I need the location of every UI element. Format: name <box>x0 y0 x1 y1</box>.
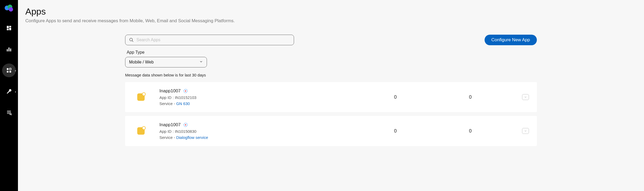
svg-rect-9 <box>10 48 11 51</box>
service-line: Service - GN 630 <box>159 101 353 106</box>
svg-rect-3 <box>7 26 9 28</box>
svg-rect-12 <box>7 71 8 72</box>
app-type-value: Mobile / Web <box>129 60 154 65</box>
app-type-label: App Type <box>127 50 294 55</box>
row-expand-button[interactable] <box>522 128 529 134</box>
app-folder-icon <box>137 127 145 135</box>
metric-1: 0 <box>363 128 428 134</box>
svg-point-19 <box>130 38 132 41</box>
metric-2: 0 <box>438 128 503 134</box>
app-row: Inapp1007 App ID : IN10150830 Service - <box>125 116 537 146</box>
chevron-down-icon <box>199 60 203 65</box>
search-field[interactable] <box>125 35 294 45</box>
integration-badge-icon <box>183 122 188 127</box>
svg-line-18 <box>11 114 12 115</box>
search-input[interactable] <box>136 38 290 42</box>
app-folder-icon <box>137 93 145 101</box>
nav-logs[interactable] <box>2 106 16 120</box>
analytics-icon <box>6 46 12 52</box>
integration-badge-icon <box>183 89 188 93</box>
row-expand-button[interactable] <box>522 94 529 100</box>
svg-rect-8 <box>8 48 10 52</box>
app-id-line: App ID : IN10152103 <box>159 95 353 100</box>
wrench-icon <box>6 89 12 94</box>
logs-icon <box>6 110 12 116</box>
app-name: Inapp1007 <box>159 122 181 128</box>
main-content: Apps Configure Apps to send and receive … <box>18 0 644 191</box>
apps-list: Inapp1007 App ID : IN10152103 Service - <box>125 82 537 146</box>
svg-line-20 <box>132 40 133 42</box>
svg-rect-5 <box>7 29 9 30</box>
chevron-down-icon <box>524 96 527 99</box>
chevron-right-icon: ▸ <box>15 90 16 93</box>
service-link[interactable]: GN 630 <box>176 101 190 106</box>
search-icon <box>129 38 134 42</box>
svg-rect-7 <box>7 49 8 51</box>
nav-analytics[interactable] <box>2 42 16 56</box>
svg-point-2 <box>9 7 13 11</box>
service-line: Service - Dialogflow service <box>159 135 353 140</box>
svg-rect-11 <box>10 68 11 70</box>
apps-icon <box>6 67 12 73</box>
page-title: Apps <box>25 6 637 17</box>
sidebar: ▸ ▸ <box>0 0 18 191</box>
app-type-select[interactable]: Mobile / Web <box>125 57 207 67</box>
svg-rect-4 <box>9 26 11 28</box>
nav-dashboard[interactable] <box>2 21 16 35</box>
app-row: Inapp1007 App ID : IN10152103 Service - <box>125 82 537 112</box>
svg-point-22 <box>185 90 186 92</box>
app-name: Inapp1007 <box>159 88 181 94</box>
service-link[interactable]: Dialogflow service <box>176 135 208 140</box>
metric-2: 0 <box>438 94 503 100</box>
svg-rect-6 <box>9 28 11 30</box>
product-logo <box>3 2 15 14</box>
svg-point-24 <box>185 124 186 126</box>
dashboard-icon <box>6 25 12 31</box>
svg-rect-10 <box>7 68 8 70</box>
metric-1: 0 <box>363 94 428 100</box>
page-subtitle: Configure Apps to send and receive messa… <box>25 18 637 24</box>
chevron-right-icon: ▸ <box>15 69 16 72</box>
nav-settings[interactable]: ▸ <box>2 85 16 98</box>
chevron-down-icon <box>524 129 527 133</box>
data-window-note: Message data shown below is for last 30 … <box>125 73 294 77</box>
app-id-line: App ID : IN10150830 <box>159 129 353 134</box>
configure-new-app-button[interactable]: Configure New App <box>485 35 537 45</box>
nav-apps[interactable]: ▸ <box>2 63 16 77</box>
svg-rect-13 <box>10 71 11 72</box>
